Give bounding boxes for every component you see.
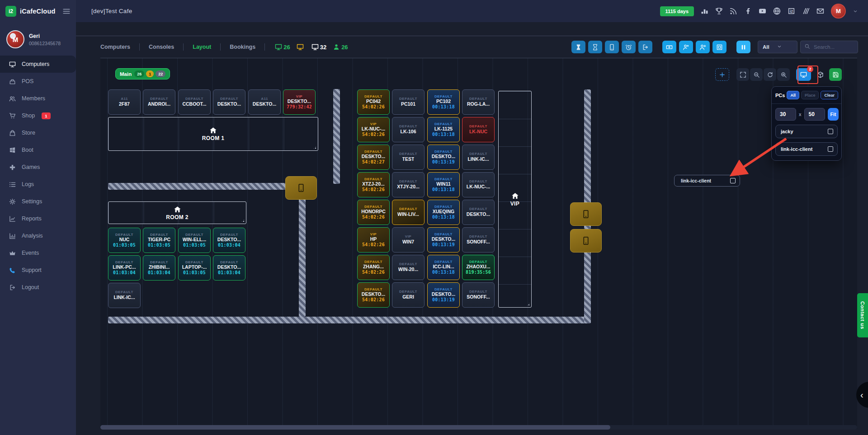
- pc-tile[interactable]: DEFAULT LK-1125 00:13:18: [427, 117, 460, 142]
- contact-us-tab[interactable]: Contact us: [857, 293, 868, 337]
- pc-tile[interactable]: DEFAULT LK-106: [392, 117, 425, 142]
- zoom-in-button[interactable]: [777, 68, 790, 81]
- pc-tile[interactable]: DEFAULT DESKTO... 00:13:19: [427, 282, 460, 308]
- trophy-icon[interactable]: [715, 7, 723, 15]
- zoom-out-button[interactable]: [750, 68, 763, 81]
- chevron-down-icon[interactable]: [853, 9, 858, 14]
- horizontal-scrollbar-thumb[interactable]: [100, 425, 610, 430]
- mail-icon[interactable]: [816, 7, 824, 15]
- pc-tile[interactable]: DEFAULT ICC-LIN... 00:13:18: [427, 255, 460, 280]
- pc-tile[interactable]: DEFAULT TEST: [392, 145, 425, 170]
- pc-tile[interactable]: DEFAULT ANDROI...: [143, 89, 175, 115]
- pc-tile[interactable]: A11 2F87: [108, 89, 141, 115]
- sidebar-item-pos[interactable]: POS: [0, 73, 76, 90]
- pc-tile[interactable]: DEFAULT WIN-20...: [392, 255, 425, 280]
- resize-grip[interactable]: [526, 302, 530, 306]
- sidebar-item-computers[interactable]: Computers: [0, 56, 76, 73]
- pc-tile[interactable]: DEFAULT LINK-IC...: [462, 145, 495, 170]
- pc-tile[interactable]: DEFAULT DESKTO... 01:03:04: [213, 255, 245, 281]
- pcs-panel-item-checkbox[interactable]: [828, 129, 833, 134]
- pc-tile[interactable]: VIP DESKTO... 779:32:42: [283, 89, 316, 115]
- console-tile[interactable]: [285, 176, 317, 200]
- pc-tile[interactable]: DEFAULT DESKTO... 54:02:26: [357, 282, 390, 308]
- pc-tile[interactable]: DEFAULT PC042 54:02:26: [357, 89, 390, 115]
- sidebar-item-support[interactable]: Support: [0, 262, 76, 279]
- subscription-days-badge[interactable]: 1115 days: [660, 6, 694, 16]
- fullscreen-button[interactable]: [736, 68, 749, 81]
- sidebar-item-events[interactable]: Events: [0, 244, 76, 262]
- grid-height-input[interactable]: [804, 108, 825, 121]
- youtube-icon[interactable]: [759, 7, 766, 15]
- pc-tile[interactable]: DEFAULT LAPTOP-... 01:03:05: [178, 255, 211, 281]
- pc-tile[interactable]: DEFAULT WIN11 00:13:18: [427, 172, 460, 197]
- sidebar-item-shop[interactable]: Shop 1: [0, 107, 76, 124]
- console-tile[interactable]: [570, 202, 602, 226]
- grid-width-input[interactable]: [775, 108, 796, 121]
- console-tile[interactable]: [570, 229, 602, 253]
- sidebar-item-settings[interactable]: Settings: [0, 193, 76, 210]
- sidebar-item-analysis[interactable]: Analysis: [0, 227, 76, 244]
- pc-tile[interactable]: DEFAULT DESKTO...: [213, 89, 245, 115]
- pc-tile[interactable]: DEFAULT DESKTO...: [462, 200, 495, 225]
- pc-tile[interactable]: DEFAULT SONOFF...: [462, 282, 495, 308]
- hourglass-end-button[interactable]: [588, 41, 602, 53]
- pc-tile[interactable]: A11 DESKTO...: [248, 89, 281, 115]
- pc-tile[interactable]: DEFAULT XTZJ-20... 54:02:26: [357, 172, 390, 197]
- pcs-clear-button[interactable]: Clear: [821, 91, 838, 99]
- room-vip[interactable]: VIP: [498, 91, 532, 308]
- pcs-all-button[interactable]: All: [787, 91, 799, 99]
- hamburger-menu-icon[interactable]: [62, 7, 71, 15]
- room-room-1[interactable]: ROOM 1: [108, 117, 318, 151]
- chevron-left-icon[interactable]: ‹: [856, 382, 868, 408]
- pc-tile[interactable]: DEFAULT ROG-LA...: [462, 89, 495, 115]
- rss-icon[interactable]: [730, 7, 737, 15]
- ranking-icon[interactable]: [701, 7, 708, 15]
- room-room-2[interactable]: ROOM 2: [108, 201, 246, 224]
- resize-grip[interactable]: [313, 145, 317, 150]
- unplaced-pc-chip[interactable]: link-icc-client: [674, 175, 740, 187]
- wall[interactable]: [108, 317, 588, 323]
- pc-tile[interactable]: DEFAULT WIN-ELL... 01:03:05: [178, 228, 211, 253]
- add-member-star-button[interactable]: [679, 41, 693, 53]
- pc-tile[interactable]: DEFAULT LINK-PC... 01:03:04: [108, 255, 141, 281]
- sidebar-item-logout[interactable]: Logout: [0, 279, 76, 296]
- pc-tile[interactable]: DEFAULT DESKTO... 00:13:19: [427, 145, 460, 170]
- pc-tile[interactable]: DEFAULT PC102 00:13:18: [427, 89, 460, 115]
- pc-tile[interactable]: DEFAULT CCBOOT...: [178, 89, 211, 115]
- layout-tab-main[interactable]: Main 26122: [115, 68, 170, 80]
- tab-consoles[interactable]: Consoles: [140, 43, 184, 51]
- facebook-icon[interactable]: [744, 7, 752, 15]
- sidebar-item-logs[interactable]: Logs: [0, 176, 76, 193]
- reset-view-button[interactable]: [764, 68, 776, 81]
- pcs-panel-item[interactable]: jacky: [775, 125, 838, 138]
- pc-tile[interactable]: DEFAULT XTJY-20...: [392, 172, 425, 197]
- pc-tile[interactable]: VIP HP 54:02:26: [357, 227, 390, 253]
- pc-tile[interactable]: DEFAULT TIGER-PC 01:03:05: [143, 228, 175, 253]
- pcs-panel-item[interactable]: link-icc-client: [775, 142, 838, 156]
- fit-button[interactable]: Fit: [828, 108, 839, 121]
- sidebar-item-games[interactable]: Games: [0, 159, 76, 176]
- pcs-panel-item-checkbox[interactable]: [828, 146, 833, 152]
- sidebar-item-members[interactable]: Members: [0, 90, 76, 107]
- tab-bookings[interactable]: Bookings: [221, 43, 265, 51]
- pc-tile[interactable]: DEFAULT ZHAOXU... 819:35:56: [462, 255, 495, 280]
- wall[interactable]: [108, 183, 288, 190]
- unplaced-pc-checkbox[interactable]: [730, 178, 736, 183]
- objects-button[interactable]: [814, 68, 826, 81]
- globe-icon[interactable]: [773, 7, 781, 15]
- pc-tile[interactable]: DEFAULT LK-NUC-...: [462, 172, 495, 197]
- cash-button[interactable]: [662, 41, 676, 53]
- pause-button[interactable]: [736, 41, 750, 53]
- pc-tile[interactable]: DEFAULT LINK-IC...: [108, 283, 141, 308]
- save-layout-button[interactable]: [829, 68, 842, 81]
- pcs-place-button[interactable]: Place: [801, 91, 819, 99]
- pc-tile[interactable]: DEFAULT DESKTO... 00:13:19: [427, 227, 460, 253]
- pc-tile[interactable]: DEFAULT XUEQING 00:13:18: [427, 200, 460, 225]
- pc-tile[interactable]: VIP WIN7: [392, 227, 425, 253]
- tab-layout[interactable]: Layout: [184, 43, 221, 51]
- search-input[interactable]: [813, 44, 854, 50]
- checkout-button[interactable]: [638, 41, 652, 53]
- mobile-button[interactable]: [605, 41, 619, 53]
- tab-computers[interactable]: Computers: [100, 43, 140, 51]
- wall[interactable]: [333, 89, 340, 184]
